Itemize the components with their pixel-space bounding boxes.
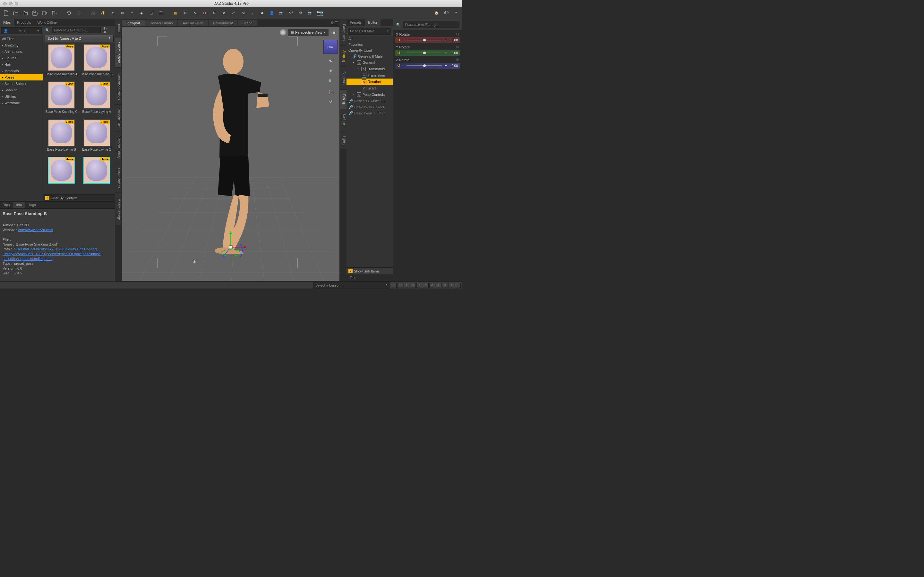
status-1[interactable]: 1	[397, 283, 403, 288]
pose-item[interactable]: PoseBase Pose Kneeling C	[45, 81, 79, 118]
merge-file-icon[interactable]	[21, 9, 29, 17]
tree-boxers[interactable]: 🔗Basic Wear Boxers	[347, 104, 393, 110]
category-all[interactable]: All Files	[0, 35, 43, 42]
primitive-icon[interactable]: ⬚	[147, 9, 155, 17]
active-pose-icon[interactable]: ⇲	[239, 9, 247, 17]
spotlight-icon[interactable]: ✨	[99, 9, 107, 17]
info-path-link[interactable]: /Users/n/Documents/DAZ 3D/Studio/My Daz …	[3, 247, 101, 261]
drawstyle-icon[interactable]	[280, 29, 286, 35]
reset-view-icon[interactable]: ↺	[327, 98, 334, 105]
view-cube[interactable]: Front	[323, 40, 338, 54]
timeline-btn[interactable]: ≡	[391, 283, 397, 288]
vp-tab-viewport[interactable]: Viewport	[122, 20, 145, 26]
pick-icon[interactable]: ↖*	[287, 9, 295, 17]
select-arrow-icon[interactable]: ↖	[191, 9, 199, 17]
surface-select-icon[interactable]: ◆	[258, 9, 266, 17]
category-figures[interactable]: ▸Figures	[0, 55, 43, 61]
dolly-icon[interactable]: 🔍	[327, 77, 334, 85]
param-slider[interactable]: ↺ − + 0.00	[395, 37, 460, 43]
tree-g8m[interactable]: ▾🔗Genesis 8 Male	[347, 53, 393, 59]
category-anatomy[interactable]: ▸Anatomy	[0, 42, 43, 48]
bottom-tips-tab[interactable]: Tips	[347, 274, 359, 281]
param-value[interactable]: 0.00	[448, 39, 458, 42]
lesson-dropdown[interactable]: Select a Lesson... ▼	[313, 282, 390, 288]
status-dots[interactable]: …	[455, 283, 461, 288]
vtab-simulation[interactable]: Simulation Settings	[115, 68, 121, 105]
category-wardrobe[interactable]: ▸Wardrobe	[0, 100, 43, 106]
minus-icon[interactable]: −	[401, 63, 405, 68]
reset-icon[interactable]: ↺	[397, 63, 401, 68]
info-tab-tips[interactable]: Tips	[0, 201, 13, 208]
pan-icon[interactable]: ✥	[327, 67, 334, 74]
vtab-surfaces[interactable]: Surfaces	[340, 109, 347, 131]
tab-editor[interactable]: Editor	[365, 19, 381, 26]
node-select-icon[interactable]: ⊙	[200, 9, 208, 17]
info-website-link[interactable]: http://www.daz3d.com	[18, 228, 53, 232]
figure-icon[interactable]: 👤	[268, 9, 276, 17]
viewport-options-icon[interactable]: ⚙ ☰	[329, 19, 340, 26]
gender-filter-dropdown[interactable]: 👤 Male ▼	[1, 27, 42, 34]
pose-item[interactable]: Pose	[45, 157, 79, 193]
search-icon[interactable]: 🔍	[45, 27, 50, 33]
status-4[interactable]: 4	[417, 283, 422, 288]
transform-gizmo[interactable]	[213, 229, 248, 265]
tab-presets[interactable]: Presets	[347, 19, 365, 26]
plus-icon[interactable]: +	[444, 63, 448, 68]
camera-big-icon[interactable]: 📷	[316, 9, 324, 17]
vtab-lights[interactable]: Lights	[340, 131, 347, 149]
vp-tab-render-library[interactable]: Render Library	[145, 20, 178, 26]
context-help-icon[interactable]: ⥀?	[442, 9, 451, 17]
vtab-parameters[interactable]: Parameters	[340, 19, 347, 45]
view-dropdown[interactable]: ▦ Perspective View ▼	[288, 29, 328, 36]
gear-icon[interactable]: ⚙	[456, 45, 459, 49]
translate-tool-icon[interactable]: ✥	[220, 9, 228, 17]
info-tab-tags[interactable]: Tags	[25, 201, 39, 208]
render-settings-icon[interactable]: ⚙	[296, 9, 305, 17]
point-light-icon[interactable]: ⊛	[118, 9, 126, 17]
tree-scale[interactable]: GScale	[347, 85, 393, 91]
vtab-content-library[interactable]: Content Library	[115, 132, 121, 163]
new-file-icon[interactable]	[2, 9, 10, 17]
distant-light-icon[interactable]: ✦	[108, 9, 117, 17]
help-icon[interactable]: ?	[452, 9, 460, 17]
rotate-tool-icon[interactable]: ↻	[210, 9, 218, 17]
aim-icon[interactable]: ✶	[192, 259, 197, 265]
tree-transforms[interactable]: ▾GTransforms	[347, 66, 393, 72]
vp-tab-scene[interactable]: Scene	[238, 20, 257, 26]
home-icon[interactable]: 🏠	[433, 9, 441, 17]
param-slider[interactable]: ↺ − + 0.00	[395, 50, 460, 56]
sort-dropdown[interactable]: Sort by Name : A to Z ▼	[45, 35, 113, 42]
status-6[interactable]: 6	[429, 283, 435, 288]
undo-icon[interactable]	[65, 9, 73, 17]
viewport-3d[interactable]: ▦ Perspective View ▼ ☰ Front ⟲ ✥ 🔍 ⛶ ↺ ✶	[122, 27, 339, 281]
param-search-input[interactable]	[403, 21, 459, 28]
category-utilities[interactable]: ▸Utilities	[0, 93, 43, 100]
category-poses[interactable]: ▸Poses	[0, 74, 43, 81]
minus-icon[interactable]: −	[401, 51, 405, 55]
region-nav-icon[interactable]: ⩋	[248, 9, 257, 17]
posed-figure[interactable]	[186, 45, 276, 254]
export-icon[interactable]	[50, 9, 58, 17]
sphere-icon[interactable]: ⊕	[181, 9, 189, 17]
gear-icon[interactable]: ⚙	[456, 32, 459, 36]
vp-tab-aux[interactable]: Aux Viewport	[178, 20, 208, 26]
pose-item[interactable]: PoseBase Pose Laying B	[45, 119, 79, 155]
iray-icon[interactable]: ▦	[171, 9, 180, 17]
pose-item[interactable]: PoseBase Pose Laying C	[80, 119, 114, 155]
null-icon[interactable]: ◈	[137, 9, 145, 17]
category-hair[interactable]: ▸Hair	[0, 61, 43, 68]
pose-item[interactable]: PoseBase Pose Laying A	[80, 81, 114, 118]
frame-icon[interactable]: ⛶	[327, 88, 334, 95]
filter-context-checkbox[interactable]: ✓	[45, 196, 49, 200]
tree-translation[interactable]: GTranslation	[347, 72, 393, 79]
status-7[interactable]: 7	[436, 283, 441, 288]
scene-selection-dropdown[interactable]: Genesis 8 Male ▼	[348, 27, 391, 35]
orbit-icon[interactable]: ⟲	[327, 57, 334, 64]
pose-item[interactable]: PoseBase Pose Kneeling A	[45, 44, 79, 80]
tree-favorites[interactable]: Favorites	[347, 42, 393, 47]
linear-light-icon[interactable]: ✧	[128, 9, 136, 17]
group-icon[interactable]: ☰	[157, 9, 165, 17]
gear-icon[interactable]: ⚙	[456, 58, 459, 62]
open-file-icon[interactable]	[11, 9, 20, 17]
pose-item[interactable]: Pose	[80, 157, 114, 193]
